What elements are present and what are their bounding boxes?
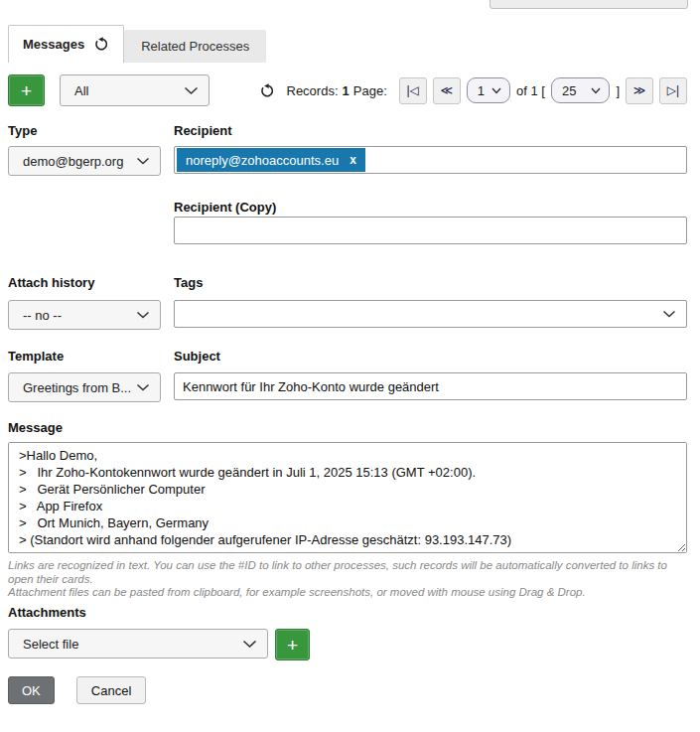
recipient-tag-label: noreply@zohoaccounts.eu <box>186 153 339 168</box>
pagination: Records: 1 Page: |◁ ≪ 1 of 1 [ 25 <box>260 77 688 104</box>
next-page-button[interactable]: ≫ <box>626 77 653 104</box>
message-hints: Links are recognized in text. You can us… <box>8 559 693 600</box>
chevron-down-icon <box>491 87 501 94</box>
toolbar: + All Records: 1 Page: |◁ <box>8 74 687 106</box>
messages-panel: Messages Related Processes + All <box>0 0 700 732</box>
filter-select[interactable]: All <box>60 74 210 106</box>
prev-page-button[interactable]: ≪ <box>433 77 461 104</box>
refresh-icon[interactable] <box>260 83 275 98</box>
chevron-down-icon <box>136 383 150 391</box>
message-label: Message <box>8 420 63 435</box>
first-page-button[interactable]: |◁ <box>399 77 427 104</box>
template-select-value: Greetings from B... <box>23 380 131 395</box>
message-textarea[interactable]: >Hallo Demo, > Ihr Zoho-Kontokennwort wu… <box>8 442 687 553</box>
recipient-copy-label: Recipient (Copy) <box>174 200 687 215</box>
add-message-button[interactable]: + <box>8 74 45 106</box>
tab-messages-label: Messages <box>23 37 84 52</box>
recipient-tag[interactable]: noreply@zohoaccounts.eu x <box>177 148 365 172</box>
tags-label: Tags <box>174 275 687 290</box>
page-label: Page: <box>353 83 387 98</box>
template-select[interactable]: Greetings from B... <box>8 372 161 402</box>
template-label: Template <box>8 349 161 364</box>
subject-label: Subject <box>174 349 687 364</box>
attachment-file-select[interactable]: Select file <box>8 629 268 659</box>
plus-icon: + <box>287 636 298 655</box>
plus-icon: + <box>21 81 32 100</box>
refresh-icon[interactable] <box>94 37 109 52</box>
attach-history-label: Attach history <box>8 275 161 290</box>
hint-attachments: Attachment files can be pasted from clip… <box>8 586 693 600</box>
ok-button[interactable]: OK <box>8 676 55 704</box>
type-select[interactable]: demo@bgerp.org <box>8 146 161 176</box>
attachments-label: Attachments <box>8 605 86 620</box>
chevron-down-icon <box>591 87 601 94</box>
bracket-close: ] <box>616 83 620 98</box>
chevron-down-icon <box>136 311 150 319</box>
last-page-icon: ▷| <box>667 83 679 97</box>
chevron-down-icon <box>242 640 257 649</box>
add-attachment-button[interactable]: + <box>275 629 310 660</box>
page-number-value: 1 <box>478 83 485 98</box>
recipient-copy-input[interactable] <box>174 217 687 244</box>
attach-history-value: -- no -- <box>23 308 62 323</box>
chevron-down-icon <box>662 310 676 318</box>
chevron-down-icon <box>136 157 150 165</box>
recipient-label: Recipient <box>174 123 687 138</box>
tags-select[interactable] <box>174 300 687 328</box>
page-of-label: of 1 [ <box>516 83 545 98</box>
type-select-value: demo@bgerp.org <box>23 154 123 169</box>
attachment-file-value: Select file <box>23 637 78 652</box>
attach-history-select[interactable]: -- no -- <box>8 300 161 330</box>
hint-links: Links are recognized in text. You can us… <box>8 559 693 586</box>
tab-bar: Messages Related Processes <box>8 25 266 63</box>
tab-messages[interactable]: Messages <box>8 25 124 63</box>
page-size-value: 25 <box>562 83 576 98</box>
recipient-input[interactable]: noreply@zohoaccounts.eu x <box>174 146 687 174</box>
first-page-icon: |◁ <box>407 83 419 97</box>
subject-input[interactable] <box>174 372 687 400</box>
type-label: Type <box>8 123 161 138</box>
records-info: Records: 1 Page: <box>287 83 387 98</box>
records-count: 1 <box>343 83 350 98</box>
attachments-row: Select file + <box>8 629 310 660</box>
next-page-icon: ≫ <box>633 83 646 97</box>
chevron-down-icon <box>184 86 199 95</box>
prev-page-icon: ≪ <box>440 83 453 97</box>
top-cropped-button[interactable] <box>490 0 688 9</box>
remove-tag-icon[interactable]: x <box>350 153 356 167</box>
tab-related-processes-label: Related Processes <box>141 39 249 54</box>
cancel-button[interactable]: Cancel <box>76 676 146 704</box>
tab-related-processes[interactable]: Related Processes <box>124 30 266 63</box>
filter-select-value: All <box>74 83 88 98</box>
last-page-button[interactable]: ▷| <box>659 77 687 104</box>
records-label: Records: <box>287 83 339 98</box>
form-actions: OK Cancel <box>8 676 146 704</box>
page-number-select[interactable]: 1 <box>467 77 510 103</box>
page-size-select[interactable]: 25 <box>551 77 610 103</box>
